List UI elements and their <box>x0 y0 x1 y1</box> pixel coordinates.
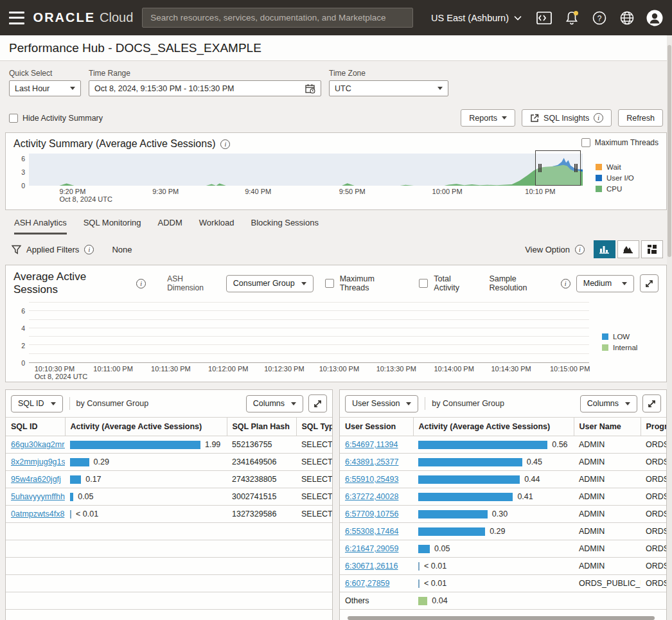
info-icon[interactable]: i <box>561 279 570 288</box>
column-header[interactable]: SQL ID <box>6 418 65 436</box>
page-scrollbar-track[interactable] <box>667 35 672 620</box>
total-activity-checkbox[interactable] <box>419 279 428 288</box>
sql-insights-button[interactable]: SQL Insights i <box>522 109 612 127</box>
expand-icon <box>648 400 656 408</box>
ash-dimension-dropdown[interactable]: Consumer Group <box>226 275 314 292</box>
hide-activity-summary-checkbox[interactable] <box>9 114 18 123</box>
sql-table-expand-button[interactable] <box>308 394 327 412</box>
refresh-button[interactable]: Refresh <box>618 109 663 127</box>
user-name: ORDS_PUBLIC_USER <box>574 575 641 592</box>
aas-title: Average Active Sessions <box>13 270 130 296</box>
sql-type: SELECT <box>296 454 332 471</box>
session-id-link[interactable]: 6:54697,11394 <box>345 440 398 449</box>
session-id-link[interactable]: 6:43891,25377 <box>345 457 398 466</box>
info-icon[interactable]: i <box>220 139 230 149</box>
brush-left-handle[interactable] <box>538 164 542 172</box>
view-bar-chart-button[interactable] <box>594 240 615 258</box>
view-option-label: View Option <box>525 245 570 254</box>
info-icon[interactable]: i <box>594 113 603 123</box>
tab-sql-monitoring[interactable]: SQL Monitoring <box>84 218 141 235</box>
session-id-link[interactable]: 6:55910,25493 <box>345 475 398 484</box>
activity-bar <box>70 475 81 484</box>
summary-maximum-threads-checkbox[interactable] <box>581 138 590 147</box>
gridline <box>29 344 589 345</box>
language-globe-icon[interactable] <box>619 10 635 26</box>
aas-x-axis: 10:10:30 PMOct 8, 2024 UTC10:11:00 PM10:… <box>29 363 589 382</box>
tab-workload[interactable]: Workload <box>199 218 234 235</box>
aas-y-axis: 0246 <box>13 301 29 363</box>
legend-item: Internal <box>602 344 659 351</box>
info-icon[interactable]: i <box>136 279 146 288</box>
svg-text:?: ? <box>597 13 602 22</box>
horizontal-scrollbar[interactable] <box>348 616 655 620</box>
activity-bar <box>418 562 420 571</box>
region-selector[interactable]: US East (Ashburn) <box>431 13 522 23</box>
caret-down-icon <box>291 402 296 405</box>
tab-ash-analytics[interactable]: ASH Analytics <box>14 218 67 235</box>
tab-addm[interactable]: ADDM <box>158 218 182 235</box>
aas-bar-chart[interactable] <box>29 301 589 363</box>
expand-icon <box>314 400 322 408</box>
notifications-bell-icon[interactable] <box>563 10 580 26</box>
view-area-chart-button[interactable] <box>617 240 639 258</box>
column-header[interactable]: Activity (Average Active Sessions) <box>413 418 574 436</box>
aas-maximum-threads-checkbox[interactable] <box>325 279 334 288</box>
activity-summary-panel: Activity Summary (Average Active Session… <box>5 132 667 210</box>
user-name: ADMIN <box>574 471 641 488</box>
column-header[interactable]: SQL Type <box>296 418 332 436</box>
time-brush-selection[interactable] <box>535 150 581 186</box>
sql-dimension-dropdown[interactable]: SQL ID <box>11 395 63 412</box>
quick-select-dropdown[interactable]: Last Hour <box>9 80 81 96</box>
session-table-expand-button[interactable] <box>642 394 661 412</box>
session-dimension-dropdown[interactable]: User Session <box>345 395 418 412</box>
sql-id-link[interactable]: 0atmpzwts4fx8 <box>11 509 64 518</box>
empty-row <box>6 540 332 558</box>
calendar-icon[interactable] <box>305 84 315 94</box>
column-header[interactable]: SQL Plan Hash <box>227 418 296 436</box>
session-columns-button[interactable]: Columns <box>580 395 637 412</box>
developer-console-icon[interactable] <box>536 10 553 26</box>
area-chart-icon <box>623 244 634 254</box>
info-icon[interactable]: i <box>84 245 94 254</box>
brush-right-handle[interactable] <box>574 164 578 172</box>
oracle-cloud-logo[interactable]: ORACLE Cloud <box>33 10 134 25</box>
column-header[interactable]: User Session <box>340 418 413 436</box>
x-tick-label: 9:30 PM <box>152 188 179 195</box>
session-id-link[interactable]: 6:57709,10756 <box>345 509 398 518</box>
column-header[interactable]: User Name <box>574 418 641 436</box>
page-scrollbar-thumb[interactable] <box>668 45 671 257</box>
sql-id-link[interactable]: 95w4ra620jgfj <box>11 475 61 484</box>
info-icon[interactable]: i <box>575 245 585 254</box>
user-avatar[interactable] <box>646 10 663 26</box>
sql-id-link[interactable]: 5uhavyyymffhh <box>11 492 65 501</box>
x-tick-label: 10:15:00 PM <box>550 365 590 373</box>
reports-button[interactable]: Reports <box>461 109 515 127</box>
sql-id-link[interactable]: 66gu30kag2mr7 <box>11 440 65 449</box>
column-header[interactable]: Program <box>641 418 666 436</box>
activity-cell: 0.44 <box>418 475 569 484</box>
filter-funnel-icon[interactable] <box>12 245 21 254</box>
time-range-input[interactable]: Oct 8, 2024, 9:15:30 PM - 10:15:30 PM <box>89 80 321 96</box>
column-header[interactable]: Activity (Average Active Sessions) <box>65 418 227 436</box>
session-id-link[interactable]: 6:21647,29059 <box>345 544 398 553</box>
session-id-link[interactable]: 6:55308,17464 <box>345 527 398 536</box>
caret-down-icon <box>301 282 306 285</box>
activity-summary-chart[interactable] <box>29 154 583 186</box>
sql-columns-button[interactable]: Columns <box>246 395 303 412</box>
session-id-link[interactable]: 6:37272,40028 <box>345 492 398 501</box>
time-zone-dropdown[interactable]: UTC <box>329 80 448 96</box>
applied-filters-label: Applied Filters <box>26 245 79 254</box>
hamburger-menu-icon[interactable] <box>9 12 24 24</box>
sample-resolution-dropdown[interactable]: Medium <box>576 275 634 292</box>
view-grid-button[interactable] <box>641 240 663 258</box>
tab-blocking-sessions[interactable]: Blocking Sessions <box>251 218 319 235</box>
global-search-input[interactable] <box>142 8 413 28</box>
session-id-link[interactable]: 6:30671,26116 <box>345 562 398 571</box>
activity-cell: 0.05 <box>70 492 222 501</box>
caret-down-icon <box>70 87 75 90</box>
sql-id-link[interactable]: 8x2mmjug9g1su <box>11 457 65 466</box>
help-icon[interactable]: ? <box>591 10 608 26</box>
aas-expand-button[interactable] <box>640 274 659 292</box>
session-id-link[interactable]: 6:607,27859 <box>345 579 390 588</box>
user-name: ADMIN <box>574 488 641 506</box>
